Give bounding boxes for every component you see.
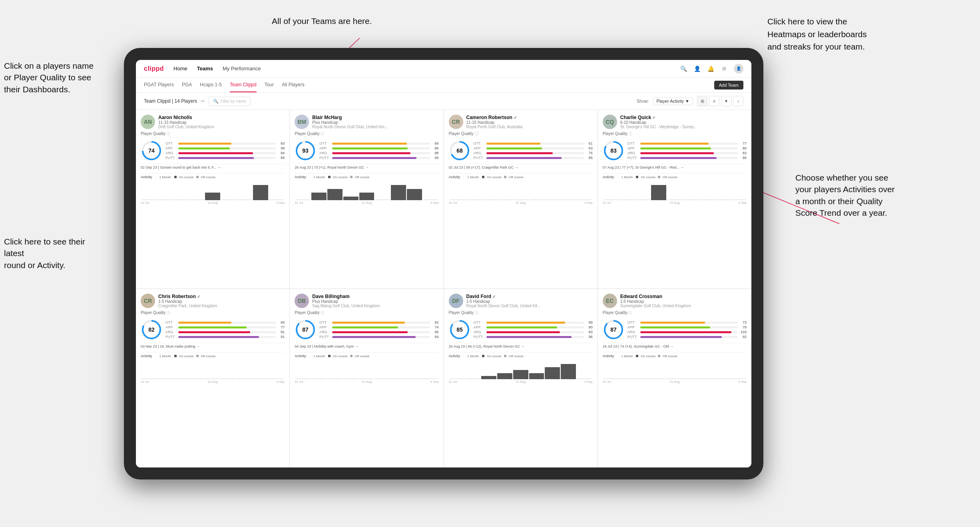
quality-section[interactable]: 82 OTT 60 APP 77 ARG bbox=[141, 319, 285, 340]
search-icon[interactable]: 🔍 bbox=[679, 65, 687, 73]
player-card[interactable]: DF David Ford ✓ 1-5 Handicap Royal North… bbox=[444, 289, 598, 467]
stat-row-arg: ARG 83 bbox=[627, 151, 747, 155]
player-card[interactable]: CR Cameron Robertson ✓ 11-15 Handicap Ro… bbox=[444, 110, 598, 288]
on-course-legend bbox=[328, 176, 331, 178]
player-avatar: AN bbox=[141, 115, 155, 129]
stat-row-ott: OTT 84 bbox=[319, 141, 438, 145]
latest-round[interactable]: 02 Jul 23 | 59 (+17), Craigmillar Park G… bbox=[449, 164, 593, 171]
activity-month[interactable]: 1 Month bbox=[313, 175, 325, 179]
latest-round[interactable]: 02 Sep 23 | Sunset round to get back int… bbox=[141, 164, 285, 171]
tab-tour[interactable]: Tour bbox=[265, 78, 274, 92]
activity-title[interactable]: Activity bbox=[141, 175, 152, 179]
player-card[interactable]: BM Blair McHarg Plus Handicap Royal Nort… bbox=[290, 110, 443, 288]
stat-row-app: APP 79 bbox=[627, 325, 747, 329]
quality-section[interactable]: 93 OTT 84 APP 85 ARG bbox=[295, 140, 438, 161]
latest-round[interactable]: 18 Jul 23 | 74 (+4), Sunningdale GC - Ol… bbox=[603, 343, 747, 350]
activity-title[interactable]: Activity bbox=[603, 175, 614, 179]
player-card[interactable]: DB Dave Billingham Plus Handicap Sag Mai… bbox=[290, 289, 443, 467]
player-card[interactable]: EC Edward Crossman 1-5 Handicap Sunningd… bbox=[598, 289, 751, 467]
player-name[interactable]: Dave Billingham bbox=[312, 294, 438, 299]
activity-section: Activity · 1 Month On course Off course … bbox=[141, 352, 285, 384]
table-view-button[interactable]: ≡ bbox=[709, 96, 719, 106]
view-icons: ⊞ ≡ ▼ ↕ bbox=[697, 96, 743, 106]
latest-round-text: 02 Jul 23 | 59 (+17), Craigmillar Park G… bbox=[449, 165, 593, 169]
quality-stats: OTT 82 APP 74 ARG 85 bbox=[319, 320, 438, 339]
tab-all-players[interactable]: All Players bbox=[282, 78, 305, 92]
activity-chart bbox=[141, 359, 285, 379]
stat-row-arg: ARG 88 bbox=[319, 151, 438, 155]
grid-view-button[interactable]: ⊞ bbox=[697, 96, 707, 106]
player-name[interactable]: Blair McHarg bbox=[312, 115, 438, 120]
activity-title[interactable]: Activity bbox=[449, 175, 460, 179]
nav-item-performance[interactable]: My Performance bbox=[223, 66, 261, 72]
quality-circle: 68 bbox=[449, 140, 470, 161]
show-select[interactable]: Player Activity ▼ bbox=[653, 97, 693, 105]
latest-round[interactable]: 26 Aug 23 | 84 (+12), Royal North Devon … bbox=[449, 343, 593, 350]
activity-section: Activity · 1 Month On course Off course … bbox=[449, 173, 593, 205]
player-info: Aaron Nicholls 11-15 Handicap Drift Golf… bbox=[158, 115, 285, 129]
latest-round-text: 03 Mar 23 | 19, Must make putting → bbox=[141, 344, 285, 348]
player-avatar: CQ bbox=[603, 115, 617, 129]
tab-team-clippd[interactable]: Team Clippd bbox=[230, 78, 257, 92]
tab-pga[interactable]: PGA bbox=[182, 78, 192, 92]
latest-round[interactable]: 04 Sep 23 | Mobility with coach, Gym → bbox=[295, 343, 438, 350]
off-course-legend bbox=[196, 176, 199, 178]
quality-label: Player Quality ⓘ bbox=[603, 310, 747, 316]
activity-title[interactable]: Activity bbox=[295, 175, 306, 179]
activity-title[interactable]: Activity bbox=[295, 354, 306, 358]
player-name[interactable]: Chris Robertson ✓ bbox=[158, 294, 285, 299]
filter-button[interactable]: ▼ bbox=[721, 96, 731, 106]
bell-icon[interactable]: 🔔 bbox=[707, 65, 715, 73]
activity-legend: On course Off course bbox=[636, 354, 677, 358]
activity-month[interactable]: 1 Month bbox=[467, 175, 479, 179]
quality-section[interactable]: 87 OTT 82 APP 74 ARG bbox=[295, 319, 438, 340]
edit-icon[interactable]: ✏ bbox=[201, 99, 205, 104]
player-card[interactable]: CQ Charlie Quick ✓ 6-10 Handicap St. Geo… bbox=[598, 110, 751, 288]
activity-month[interactable]: 1 Month bbox=[467, 354, 479, 358]
stat-row-putt: PUTT 86 bbox=[627, 156, 747, 160]
activity-section: Activity · 1 Month On course Off course … bbox=[295, 352, 438, 384]
player-name[interactable]: Charlie Quick ✓ bbox=[620, 115, 747, 120]
latest-round[interactable]: 03 Mar 23 | 19, Must make putting → bbox=[141, 343, 285, 350]
activity-month[interactable]: 1 Month bbox=[621, 354, 633, 358]
activity-title[interactable]: Activity bbox=[449, 354, 460, 358]
verified-icon: ✓ bbox=[492, 294, 496, 299]
latest-round[interactable]: 07 Aug 23 | 77 (+7), St George's Hill GC… bbox=[603, 164, 747, 171]
sort-button[interactable]: ↕ bbox=[733, 96, 743, 106]
activity-month[interactable]: 1 Month bbox=[313, 354, 325, 358]
svg-text:87: 87 bbox=[302, 326, 309, 333]
latest-round[interactable]: 26 Aug 23 | 73 (+1), Royal North Devon G… bbox=[295, 164, 438, 171]
quality-section[interactable]: 68 OTT 61 APP 63 ARG bbox=[449, 140, 593, 161]
player-card[interactable]: CR Chris Robertson ✓ 1-5 Handicap Craigm… bbox=[136, 289, 289, 467]
quality-section[interactable]: 74 OTT 60 APP 58 ARG bbox=[141, 140, 285, 161]
profile-icon[interactable]: 👤 bbox=[693, 65, 701, 73]
player-card[interactable]: AN Aaron Nicholls 11-15 Handicap Drift G… bbox=[136, 110, 289, 288]
player-name[interactable]: Cameron Robertson ✓ bbox=[466, 115, 593, 120]
stat-row-app: APP 74 bbox=[319, 325, 438, 329]
player-name[interactable]: Edward Crossman bbox=[620, 294, 747, 299]
activity-month[interactable]: 1 Month bbox=[621, 175, 633, 179]
activity-chart bbox=[295, 359, 438, 379]
player-grid: AN Aaron Nicholls 11-15 Handicap Drift G… bbox=[136, 110, 751, 467]
player-name[interactable]: Aaron Nicholls bbox=[158, 115, 285, 120]
quality-section[interactable]: 85 OTT 89 APP 80 ARG bbox=[449, 319, 593, 340]
search-box[interactable]: 🔍 Filter by name bbox=[209, 97, 250, 106]
add-team-button[interactable]: Add Team bbox=[714, 81, 743, 89]
activity-chart bbox=[449, 359, 593, 379]
activity-title[interactable]: Activity bbox=[141, 354, 152, 358]
nav-item-home[interactable]: Home bbox=[173, 66, 187, 72]
activity-title[interactable]: Activity bbox=[603, 354, 614, 358]
nav-item-teams[interactable]: Teams bbox=[197, 66, 213, 72]
tab-hcaps[interactable]: Hcaps 1-5 bbox=[200, 78, 222, 92]
activity-month[interactable]: 1 Month bbox=[159, 175, 171, 179]
activity-header: Activity · 1 Month On course Off course bbox=[603, 175, 747, 179]
player-handicap: 1-5 Handicap bbox=[620, 299, 747, 304]
quality-section[interactable]: 87 OTT 73 APP 79 ARG bbox=[603, 319, 747, 340]
settings-icon[interactable]: ⛭ bbox=[720, 65, 728, 73]
tab-pgat-players[interactable]: PGAT Players bbox=[144, 78, 174, 92]
player-name[interactable]: David Ford ✓ bbox=[466, 294, 593, 299]
latest-round-text: 26 Aug 23 | 73 (+1), Royal North Devon G… bbox=[295, 165, 438, 169]
avatar-icon[interactable]: 👤 bbox=[734, 64, 743, 74]
activity-month[interactable]: 1 Month bbox=[159, 354, 171, 358]
quality-section[interactable]: 83 OTT 77 APP 80 ARG bbox=[603, 140, 747, 161]
